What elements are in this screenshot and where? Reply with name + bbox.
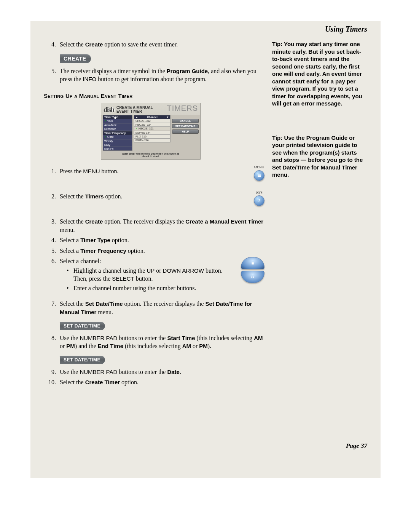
step-number: 8. [44, 334, 60, 350]
running-header: Using Timers [44, 25, 367, 34]
page-number: Page 37 [44, 442, 367, 450]
step-1: MENU ☰ Press the MENU button. [60, 167, 264, 185]
step-number: 7. [44, 300, 60, 316]
remote-7-icon: pqrs 7 [254, 190, 264, 208]
step-7: Select the Set Date/Time option. The rec… [60, 300, 264, 316]
step-5-text: The receiver displays a timer symbol in … [60, 67, 264, 83]
page-content: Using Timers 4. Select the Create option… [30, 21, 381, 478]
set-date-time-button-graphic: SET DATE/TIME [60, 322, 105, 330]
embed-left-panel: Timer Type VCR Auto-Tune Reminder Timer … [103, 115, 132, 151]
section-subheading: Setting Up a Manual Event Timer [44, 93, 264, 99]
step-number: 3. [44, 217, 60, 234]
step-number: 1. [44, 167, 60, 185]
step-10: Select the Create Timer option. [60, 378, 264, 387]
step-6-sub2: Enter a channel number using the number … [67, 284, 264, 292]
step-number: 4. [44, 236, 60, 244]
page: Using Timers 4. Select the Create option… [0, 0, 411, 493]
step-9: Use the NUMBER PAD buttons to enter the … [60, 368, 264, 376]
step-number: 9. [44, 368, 60, 376]
tip-1: Tip: You may start any timer one minute … [272, 40, 367, 107]
step-number: 4. [44, 40, 60, 49]
set-date-time-button-graphic-2: SET DATE/TIME [60, 356, 105, 364]
main-column: 4. Select the Create option to save the … [44, 40, 264, 389]
embed-buttons: CANCEL SET DATE/TIME HELP [172, 115, 199, 151]
step-number: 10. [44, 378, 60, 387]
manual-timer-screenshot: dish CREATE A MANUAL EVENT TIMER TIMERS … [101, 103, 201, 160]
bg-timers-word: TIMERS [167, 104, 198, 113]
tip-2: Tip: Use the Program Guide or your print… [272, 134, 367, 179]
create-button-graphic: CREATE [60, 54, 91, 63]
step-number: 6. [44, 257, 60, 294]
embed-setdate-btn: SET DATE/TIME [172, 124, 199, 128]
embed-help-btn: HELP [172, 129, 199, 134]
step-4b: Select a Timer Type option. [60, 236, 264, 244]
tips-column: Tip: You may start any timer one minute … [264, 40, 367, 205]
embed-cancel-btn: CANCEL [172, 119, 199, 123]
step-number: 2. [44, 192, 60, 211]
step-8: Use the NUMBER PAD buttons to enter the … [60, 334, 264, 350]
step-2: pqrs 7 Select the Timers option. [60, 192, 264, 211]
step-4-text: Select the Create option to save the eve… [60, 40, 264, 49]
step-number: 5. [44, 67, 60, 83]
remote-menu-icon: MENU ☰ [254, 165, 264, 183]
embed-channel-panel: ▲Channel▼ SHO2E -312 HBO3W -334 ✓ HBO2E … [134, 115, 170, 151]
step-3: Select the Create option. The receiver d… [60, 217, 264, 234]
step-5b: Select a Timer Frequency option. [60, 247, 264, 255]
dish-logo: dish [104, 106, 114, 114]
step-6: ■ ▪▪ Select a channel: Highlight a chann… [60, 257, 264, 294]
step-number: 5. [44, 247, 60, 255]
step-6-sub1: Highlight a channel using the UP or DOWN… [67, 267, 264, 283]
